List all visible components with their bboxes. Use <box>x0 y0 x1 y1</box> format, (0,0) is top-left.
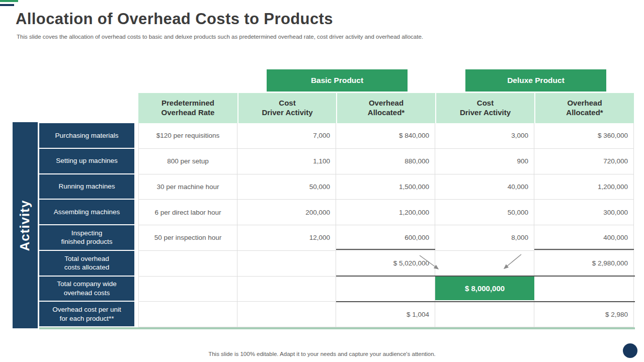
flow-arrows <box>412 250 532 274</box>
table-cell: 200,000 <box>237 200 336 225</box>
table-cell: 50,000 <box>435 200 534 225</box>
table-cell: $ 1,004 <box>336 302 435 327</box>
table-cell: 3,000 <box>435 123 534 149</box>
table-cell: 1,200,000 <box>336 200 435 225</box>
row-label-column: Purchasing materials Setting up machines… <box>39 123 134 327</box>
row-label-running-machines: Running machines <box>39 174 134 200</box>
table-cell: $ 2,980,000 <box>534 251 634 277</box>
table-cell <box>237 251 336 277</box>
table-cell <box>237 302 336 327</box>
activity-axis-label: Activity <box>18 200 33 251</box>
table-cell <box>336 277 435 302</box>
table-cell: 8,000 <box>435 225 534 251</box>
total-rule-bottom <box>336 301 635 302</box>
total-company-wide-value: $ 8,000,000 <box>435 277 534 300</box>
row-label-assembling-machines: Assembling machines <box>39 200 134 225</box>
column-header-row: Predetermined Overhead Rate Cost Driver … <box>138 93 634 123</box>
table-cell: 40,000 <box>435 174 534 200</box>
column-header-basic-overhead: Overhead Allocated* <box>336 93 435 123</box>
table-cell: 600,000 <box>336 225 435 251</box>
row-label-total-company-wide: Total company wide overhead costs <box>39 277 134 302</box>
column-header-predetermined-rate: Predetermined Overhead Rate <box>138 93 237 123</box>
slide-canvas: Allocation of Overhead Costs to Products… <box>0 0 644 362</box>
sum-rule-basic <box>336 249 435 250</box>
table-cell: 400,000 <box>534 225 634 251</box>
table-cell <box>435 302 534 327</box>
table-cell: 30 per machine hour <box>138 174 237 200</box>
table-bottom-accent <box>39 327 635 329</box>
table-cell: 50 per inspection hour <box>138 225 237 251</box>
table-cell: $120 per requisitions <box>138 123 237 149</box>
table-cell: $ 840,000 <box>336 123 435 149</box>
table-cell: $ 360,000 <box>534 123 634 149</box>
row-label-inspecting-finished-products: Inspecting finished products <box>39 225 134 251</box>
decorative-circle <box>623 343 637 358</box>
data-grid: $120 per requisitions 7,000 $ 840,000 3,… <box>138 123 634 327</box>
table-cell: 50,000 <box>237 174 336 200</box>
table-cell: 7,000 <box>237 123 336 149</box>
table-cell: 720,000 <box>534 149 634 174</box>
accent-bar-green <box>0 0 18 2</box>
arrow-deluxe-to-total-icon <box>504 254 521 268</box>
table-cell <box>138 302 237 327</box>
table-cell: 1,200,000 <box>534 174 634 200</box>
table-cell: $ 2,980 <box>534 302 634 327</box>
column-header-basic-cost-driver: Cost Driver Activity <box>237 93 336 123</box>
row-label-setting-up-machines: Setting up machines <box>39 149 134 174</box>
table-cell <box>237 277 336 302</box>
table-cell: 800 per setup <box>138 149 237 174</box>
table-cell <box>534 277 634 302</box>
column-header-deluxe-cost-driver: Cost Driver Activity <box>435 93 534 123</box>
footer-note: This slide is 100% editable. Adapt it to… <box>0 351 644 357</box>
column-header-deluxe-overhead: Overhead Allocated* <box>534 93 634 123</box>
row-label-purchasing-materials: Purchasing materials <box>39 123 134 149</box>
table-cell: 880,000 <box>336 149 435 174</box>
table-cell: 6 per direct labor hour <box>138 200 237 225</box>
sum-rule-deluxe <box>534 249 634 250</box>
activity-axis: Activity <box>13 122 38 328</box>
accent-bar-navy <box>0 4 14 6</box>
table-cell: 12,000 <box>237 225 336 251</box>
table-cell: 1,100 <box>237 149 336 174</box>
page-title: Allocation of Overhead Costs to Products <box>16 10 333 28</box>
table-cell: 1,500,000 <box>336 174 435 200</box>
row-label-total-overhead-allocated: Total overhead costs allocated <box>39 251 134 277</box>
basic-product-group-header: Basic Product <box>267 69 408 92</box>
table-cell <box>138 277 237 302</box>
table-cell: 300,000 <box>534 200 634 225</box>
slide-subtitle: This slide coves the allocation of overh… <box>17 34 423 40</box>
table-cell <box>138 251 237 277</box>
arrow-basic-to-total-icon <box>420 255 438 269</box>
table-cell: 900 <box>435 149 534 174</box>
deluxe-product-group-header: Deluxe Product <box>465 69 606 92</box>
row-label-overhead-per-unit: Overhead cost per unit for each product*… <box>39 302 134 327</box>
